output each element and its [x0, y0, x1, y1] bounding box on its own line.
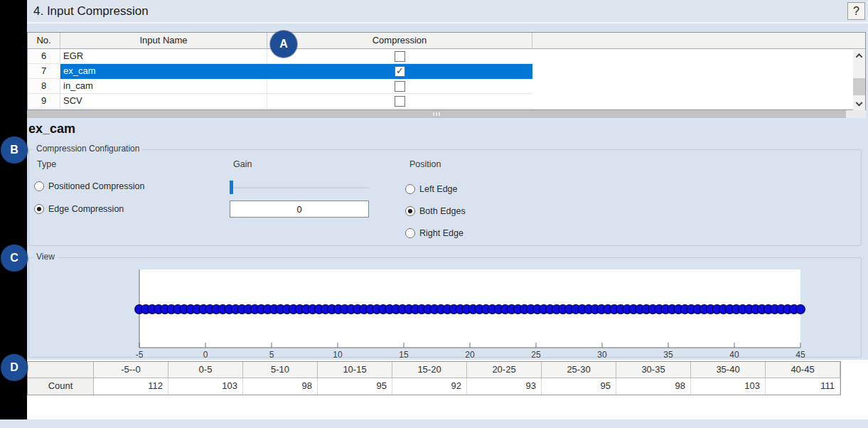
svg-text:-5: -5 [136, 350, 144, 360]
count-value: 93 [467, 378, 542, 395]
radio-label: Right Edge [419, 228, 464, 238]
compression-checkbox[interactable] [395, 81, 405, 92]
svg-text:10: 10 [333, 350, 343, 360]
column-header-compression[interactable]: Compression [267, 33, 532, 48]
bin-header: 20-25 [467, 362, 542, 378]
count-value: 98 [616, 378, 691, 395]
count-table-corner [28, 362, 94, 378]
radio-label: Positioned Compression [48, 181, 145, 191]
view-group: View -5051015202530354045 [28, 257, 862, 358]
vertical-scrollbar[interactable] [853, 50, 865, 110]
bin-header: -5--0 [94, 362, 168, 378]
radio-positioned-compression[interactable]: Positioned Compression [34, 181, 145, 191]
count-value: 95 [318, 378, 392, 395]
svg-text:30: 30 [597, 350, 607, 360]
svg-text:20: 20 [465, 350, 475, 360]
horizontal-scroll-thumb[interactable] [27, 110, 846, 118]
count-value: 95 [542, 378, 616, 395]
count-value: 111 [766, 378, 840, 395]
radio-icon[interactable] [34, 181, 44, 191]
column-header-input-name[interactable]: Input Name [60, 33, 267, 48]
selected-input-heading: ex_cam [28, 122, 75, 137]
table-row-scv[interactable]: 9 SCV [28, 94, 865, 109]
help-button[interactable]: ? [847, 2, 865, 20]
svg-text:35: 35 [663, 350, 673, 360]
radio-label: Left Edge [419, 184, 458, 194]
radio-label: Both Edges [419, 206, 466, 216]
radio-label: Edge Compression [48, 204, 124, 214]
scroll-down-arrow[interactable] [853, 99, 865, 110]
bottom-strip [0, 419, 868, 428]
count-value: 103 [691, 378, 766, 395]
gain-slider[interactable] [230, 180, 372, 196]
table-row-egr[interactable]: 6 EGR [28, 49, 865, 64]
page-title: 4. Input Compression [33, 4, 149, 18]
bin-header: 40-45 [766, 362, 840, 378]
column-header-no[interactable]: No. [28, 33, 60, 48]
input-name[interactable]: ex_cam [60, 64, 267, 79]
svg-text:40: 40 [729, 350, 739, 360]
compression-configuration-group: Compression Configuration Type Positione… [28, 149, 862, 246]
count-value: 103 [168, 378, 243, 395]
svg-text:0: 0 [203, 350, 208, 360]
bin-header: 25-30 [542, 362, 616, 378]
gain-input[interactable] [230, 200, 369, 218]
row-number: 8 [28, 79, 60, 94]
type-label: Type [37, 159, 56, 169]
gain-slider-thumb[interactable] [230, 181, 233, 194]
slider-track [232, 187, 369, 188]
input-table-header: No. Input Name Compression [28, 33, 865, 49]
gain-label: Gain [233, 159, 252, 169]
chevron-down-icon [856, 99, 863, 106]
radio-left-edge[interactable]: Left Edge [405, 184, 458, 194]
radio-right-edge[interactable]: Right Edge [405, 228, 464, 238]
bin-header: 0-5 [168, 362, 243, 378]
bin-header: 10-15 [318, 362, 392, 378]
svg-text:5: 5 [269, 350, 274, 360]
radio-icon[interactable] [405, 184, 415, 194]
titlebar: 4. Input Compression ? [27, 0, 868, 23]
radio-edge-compression[interactable]: Edge Compression [34, 204, 124, 214]
vertical-scroll-thumb[interactable] [853, 78, 865, 95]
bin-header: 35-40 [691, 362, 766, 378]
chevron-up-icon [856, 53, 863, 60]
row-number: 7 [28, 64, 60, 79]
annotation-badge-c: C [1, 245, 28, 272]
screenshot-root: 4. Input Compression ? No. Input Name Co… [0, 0, 868, 428]
svg-text:25: 25 [531, 350, 541, 360]
table-row-ex-cam[interactable]: 7 ex_cam [28, 64, 865, 79]
compression-checkbox[interactable] [395, 96, 405, 107]
count-table-row: Count 112 103 98 95 92 93 95 98 103 111 [28, 378, 840, 395]
svg-text:15: 15 [399, 350, 409, 360]
count-value: 98 [243, 378, 318, 395]
config-group-label: Compression Configuration [33, 144, 142, 154]
input-name[interactable]: SCV [60, 94, 267, 109]
count-table: -5--0 0-5 5-10 10-15 15-20 20-25 25-30 3… [27, 361, 841, 395]
count-value: 92 [392, 378, 467, 395]
radio-icon[interactable] [34, 204, 44, 214]
table-row-in-cam[interactable]: 8 in_cam [28, 79, 865, 94]
compression-checkbox[interactable] [395, 51, 405, 62]
row-number: 9 [28, 94, 60, 109]
annotation-badge-d: D [1, 354, 28, 381]
annotation-badge-b: B [1, 137, 28, 164]
horizontal-scrollbar[interactable] [27, 110, 866, 118]
input-name[interactable]: EGR [60, 49, 267, 64]
svg-text:45: 45 [795, 350, 805, 360]
input-table: No. Input Name Compression 6 EGR 7 ex_ca… [27, 32, 866, 110]
radio-icon[interactable] [405, 206, 415, 216]
annotation-badge-a: A [270, 31, 297, 58]
grip-icon [433, 112, 440, 116]
row-number: 6 [28, 49, 60, 64]
bin-header: 30-35 [616, 362, 691, 378]
count-table-header: -5--0 0-5 5-10 10-15 15-20 20-25 25-30 3… [28, 362, 840, 378]
position-label: Position [409, 159, 441, 169]
input-name[interactable]: in_cam [60, 79, 267, 94]
bin-header: 5-10 [243, 362, 318, 378]
radio-icon[interactable] [405, 228, 415, 238]
radio-both-edges[interactable]: Both Edges [405, 206, 466, 216]
compression-checkbox[interactable] [395, 66, 405, 77]
count-value: 112 [94, 378, 168, 395]
scroll-up-arrow[interactable] [853, 50, 865, 61]
bin-header: 15-20 [392, 362, 467, 378]
